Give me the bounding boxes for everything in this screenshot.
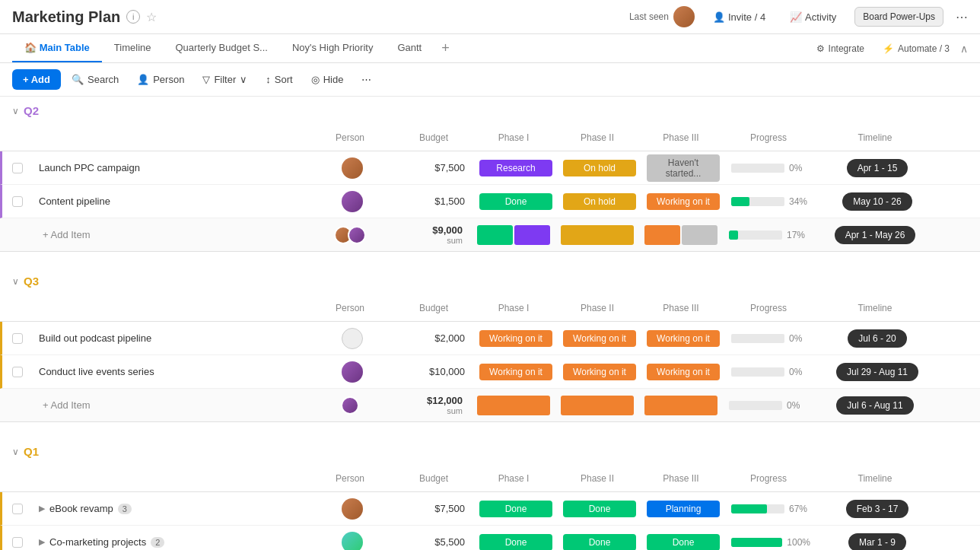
automate-button[interactable]: ⚡ Automate / 3: [875, 39, 957, 59]
row-phase1-cell[interactable]: Done: [474, 534, 558, 551]
row-phase2-cell[interactable]: Working on it: [558, 364, 641, 380]
row-phase2-cell[interactable]: On hold: [558, 193, 641, 210]
col-phase2[interactable]: Phase II: [555, 469, 639, 488]
row-phase1-cell[interactable]: Working on it: [474, 364, 558, 380]
group-collapse-icon[interactable]: ∨: [12, 106, 19, 116]
col-person[interactable]: Person: [304, 298, 396, 318]
group-label[interactable]: Q1: [24, 445, 39, 458]
row-phase1-cell[interactable]: Working on it: [474, 330, 558, 347]
more-icon[interactable]: ⋯: [956, 10, 968, 24]
phase1-pill[interactable]: Working on it: [479, 364, 552, 380]
tab-main-table[interactable]: 🏠 Main Table: [12, 34, 102, 62]
col-phase1[interactable]: Phase I: [472, 469, 555, 488]
collapse-icon[interactable]: ∧: [960, 43, 968, 55]
phase2-pill[interactable]: Done: [563, 501, 636, 517]
row-phase2-cell[interactable]: Done: [558, 501, 641, 517]
group-collapse-icon[interactable]: ∨: [12, 447, 19, 457]
col-phase1[interactable]: Phase I: [472, 298, 555, 318]
add-item-label[interactable]: + Add Item: [37, 229, 91, 240]
info-icon[interactable]: i: [126, 10, 140, 24]
add-item-label[interactable]: + Add Item: [37, 399, 91, 411]
add-tab-button[interactable]: +: [434, 34, 457, 62]
checkbox[interactable]: [12, 367, 23, 377]
col-progress[interactable]: Progress: [723, 469, 814, 488]
phase1-pill[interactable]: Research: [479, 160, 552, 176]
hide-button[interactable]: ◎ Hide: [304, 70, 352, 89]
row-phase3-cell[interactable]: Planning: [641, 501, 725, 517]
tab-timeline[interactable]: Timeline: [102, 34, 164, 62]
add-button[interactable]: + Add: [12, 69, 61, 90]
col-budget[interactable]: Budget: [396, 298, 472, 318]
row-person-cell[interactable]: [307, 328, 398, 349]
col-phase3[interactable]: Phase III: [639, 128, 723, 148]
integrate-button[interactable]: ⚙ Integrate: [809, 39, 872, 59]
tab-quarterly-budget[interactable]: Quarterly Budget S...: [164, 34, 280, 62]
col-phase2[interactable]: Phase II: [555, 128, 639, 148]
col-phase3[interactable]: Phase III: [639, 469, 723, 488]
col-phase2[interactable]: Phase II: [555, 298, 639, 318]
phase2-pill[interactable]: Working on it: [563, 364, 636, 380]
expand-icon[interactable]: ▶: [39, 537, 45, 547]
phase1-pill[interactable]: Done: [479, 501, 552, 517]
phase2-pill[interactable]: On hold: [563, 160, 636, 176]
phase3-pill[interactable]: Working on it: [647, 330, 720, 347]
phase3-pill[interactable]: Working on it: [647, 364, 720, 380]
row-person-cell[interactable]: [307, 157, 398, 179]
group-label[interactable]: Q2: [24, 104, 39, 117]
row-phase3-cell[interactable]: Haven't started...: [641, 154, 725, 182]
checkbox[interactable]: [12, 163, 23, 173]
tab-gantt[interactable]: Gantt: [385, 34, 434, 62]
col-progress[interactable]: Progress: [723, 128, 814, 148]
row-phase2-cell[interactable]: Working on it: [558, 330, 641, 347]
col-timeline[interactable]: Timeline: [814, 469, 936, 488]
group-label[interactable]: Q3: [24, 275, 39, 288]
row-phase1-cell[interactable]: Research: [474, 160, 558, 176]
row-person-cell[interactable]: [307, 361, 398, 383]
col-phase1[interactable]: Phase I: [472, 128, 555, 148]
row-person-cell[interactable]: [307, 498, 398, 520]
phase3-pill[interactable]: Done: [647, 534, 720, 551]
invite-button[interactable]: 👤 Invite / 4: [707, 8, 772, 26]
phase1-pill[interactable]: Done: [479, 534, 552, 551]
col-progress[interactable]: Progress: [723, 298, 814, 318]
board-power-ups-button[interactable]: Board Power-Ups: [854, 7, 943, 27]
col-person[interactable]: Person: [304, 128, 396, 148]
phase3-pill[interactable]: Haven't started...: [647, 154, 720, 182]
more-options-button[interactable]: ⋯: [354, 70, 379, 89]
person-button[interactable]: 👤 Person: [129, 70, 192, 89]
col-phase3[interactable]: Phase III: [639, 298, 723, 318]
checkbox[interactable]: [12, 504, 23, 514]
search-button[interactable]: 🔍 Search: [64, 70, 126, 89]
summary-name-cell[interactable]: + Add Item: [30, 229, 304, 240]
sort-button[interactable]: ↕ Sort: [258, 70, 300, 89]
star-icon[interactable]: ☆: [146, 10, 157, 24]
phase3-pill[interactable]: Planning: [647, 501, 720, 517]
summary-name-cell[interactable]: + Add Item: [30, 399, 304, 411]
col-budget[interactable]: Budget: [396, 469, 472, 488]
row-phase3-cell[interactable]: Working on it: [641, 364, 725, 380]
phase2-pill[interactable]: Done: [563, 534, 636, 551]
phase3-pill[interactable]: Working on it: [647, 193, 720, 210]
expand-icon[interactable]: ▶: [39, 504, 45, 513]
row-phase3-cell[interactable]: Working on it: [641, 193, 725, 210]
checkbox[interactable]: [12, 537, 23, 548]
checkbox[interactable]: [12, 196, 23, 207]
row-person-cell[interactable]: [307, 532, 398, 551]
checkbox[interactable]: [12, 333, 23, 344]
phase2-pill[interactable]: On hold: [563, 193, 636, 210]
row-phase3-cell[interactable]: Working on it: [641, 330, 725, 347]
group-collapse-icon[interactable]: ∨: [12, 276, 19, 287]
row-phase3-cell[interactable]: Done: [641, 534, 725, 551]
col-timeline[interactable]: Timeline: [814, 298, 936, 318]
row-person-cell[interactable]: [307, 191, 398, 212]
filter-button[interactable]: ▽ Filter ∨: [195, 70, 255, 89]
activity-button[interactable]: 📈 Activity: [784, 8, 842, 26]
row-phase1-cell[interactable]: Done: [474, 193, 558, 210]
col-timeline[interactable]: Timeline: [814, 128, 936, 148]
col-budget[interactable]: Budget: [396, 128, 472, 148]
tab-noy-priority[interactable]: Noy's High Priority: [280, 34, 386, 62]
row-phase2-cell[interactable]: Done: [558, 534, 641, 551]
phase2-pill[interactable]: Working on it: [563, 330, 636, 347]
row-phase2-cell[interactable]: On hold: [558, 160, 641, 176]
phase1-pill[interactable]: Working on it: [479, 330, 552, 347]
